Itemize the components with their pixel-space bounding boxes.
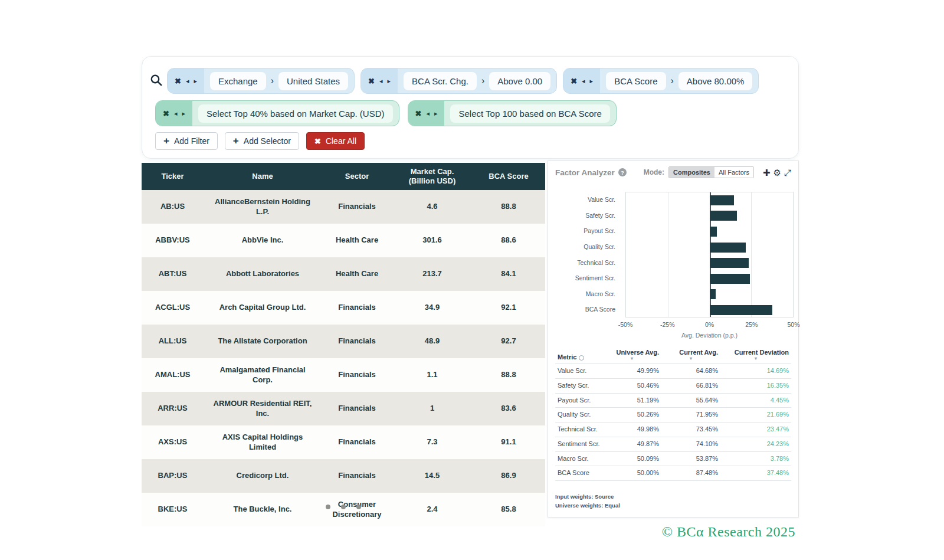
current-avg-value: 71.95% [661,408,720,423]
cell-ticker: ACGL:US [142,291,204,325]
pagination-dot[interactable] [341,505,346,509]
move-right-icon[interactable]: ▸ [194,78,197,84]
search-icon[interactable] [150,74,163,87]
current-avg-column-header[interactable]: Current Avg. ▾ [661,348,720,364]
deviation-bar-chart: Value Scr.Safety Scr.Payout Scr.Quality … [548,188,798,343]
table-row[interactable]: BAP:USCredicorp Ltd.Financials14.586.9 [142,459,545,493]
mode-option-composites[interactable]: Composites [669,167,714,178]
filter-panel: ✖ ◂ ▸ Exchange › United States ✖ ◂ ▸ BCA… [142,56,799,159]
selector-chips-row: ✖ ◂ ▸ Select Top 40% based on Market Cap… [155,100,617,126]
universe-avg-column-header[interactable]: Universe Avg. ▾ [602,348,661,364]
filter-field[interactable]: BCA Score [606,72,666,90]
chart-bar-row [626,255,793,271]
current-avg-value: 53.87% [661,451,720,466]
move-right-icon[interactable]: ▸ [434,110,438,117]
cell-name: Abbott Laboratories [204,257,322,291]
move-left-icon[interactable]: ◂ [186,78,189,84]
panel-tools: ✚ ⚙ ⤢ [763,168,791,177]
cell-bca-score: 92.1 [472,291,545,325]
universe-avg-value: 50.00% [602,466,661,481]
table-row[interactable]: AXS:USAXIS Capital Holdings LimitedFinan… [142,425,545,459]
remove-chip-icon[interactable]: ✖ [175,77,181,85]
pagination-dot[interactable] [356,505,361,509]
add-filter-button[interactable]: + Add Filter [155,132,218,150]
x-tick-label: 50% [787,321,799,328]
plus-icon[interactable]: ✚ [763,168,771,177]
chart-bar [710,211,737,221]
move-left-icon[interactable]: ◂ [426,110,430,117]
move-left-icon[interactable]: ◂ [582,78,585,84]
help-icon[interactable]: ? [618,168,627,176]
clear-all-button[interactable]: ✖ Clear All [306,132,365,150]
table-row[interactable]: ALL:USThe Allstate CorporationFinancials… [142,325,545,358]
column-header-sector[interactable]: Sector [322,163,392,190]
chart-category-label: Macro Scr. [548,286,621,302]
expand-icon[interactable]: ⤢ [784,168,791,177]
gear-icon[interactable]: ⚙ [773,168,781,177]
mode-control: Mode: Composites All Factors ✚ ⚙ ⤢ [644,166,791,178]
selector-label[interactable]: Select Top 100 based on BCA Score [450,104,609,123]
mode-option-all-factors[interactable]: All Factors [714,167,753,178]
universe-avg-value: 49.87% [602,437,661,451]
cell-sector: Health Care [322,224,392,257]
selector-chip[interactable]: ✖ ◂ ▸ Select Top 40% based on Market Cap… [155,100,399,126]
selector-label[interactable]: Select Top 40% based on Market Cap. (USD… [198,104,393,123]
cell-market-cap: 4.6 [392,190,472,224]
table-row[interactable]: ABT:USAbbott LaboratoriesHealth Care213.… [142,257,545,291]
move-right-icon[interactable]: ▸ [590,78,594,84]
x-tick-label: 0% [705,321,714,328]
move-right-icon[interactable]: ▸ [388,78,391,84]
cell-name: AXIS Capital Holdings Limited [204,425,322,459]
column-header-ticker[interactable]: Ticker [142,163,204,190]
stock-table: Ticker Name Sector Market Cap. (Billion … [142,163,545,526]
chart-category-label: Sentiment Scr. [548,270,621,286]
cell-bca-score: 84.1 [472,257,545,291]
factor-analyzer-header: Factor Analyzer ? Mode: Composites All F… [548,161,798,181]
filter-chip[interactable]: ✖ ◂ ▸ Exchange › United States [167,68,355,94]
sort-caret-icon: ▾ [664,356,718,361]
column-header-name[interactable]: Name [204,163,322,190]
chart-bar [710,289,716,299]
universe-avg-value: 49.98% [602,423,661,437]
filter-chip[interactable]: ✖ ◂ ▸ BCA Score › Above 80.00% [563,68,759,94]
universe-weights-note: Universe weights: Equal [555,501,620,510]
remove-chip-icon[interactable]: ✖ [571,77,577,85]
column-header-market-cap[interactable]: Market Cap. (Billion USD) [392,163,472,190]
filter-field[interactable]: Exchange [210,72,266,90]
chart-bar-row [626,240,793,256]
add-selector-button[interactable]: + Add Selector [225,132,299,150]
filter-chip[interactable]: ✖ ◂ ▸ BCA Scr. Chg. › Above 0.00 [360,68,557,94]
weights-notes: Input weights: Source Universe weights: … [555,492,620,510]
filter-value[interactable]: United States [278,72,348,90]
table-row[interactable]: ABBV:USAbbVie Inc.Health Care301.688.6 [142,224,545,257]
current-deviation-column-header[interactable]: Current Deviation ▾ [720,348,791,364]
cell-name: Credicorp Ltd. [204,459,322,493]
table-row[interactable]: AB:USAllianceBernstein Holding L.P.Finan… [142,190,545,224]
move-right-icon[interactable]: ▸ [182,110,185,117]
metric-column-header[interactable]: Metric [555,348,602,364]
filter-value[interactable]: Above 80.00% [678,72,753,90]
cell-bca-score: 83.6 [472,392,545,425]
pagination-dot[interactable] [326,505,330,509]
column-header-bca-score[interactable]: BCA Score [472,163,545,190]
table-row[interactable]: ACGL:USArch Capital Group Ltd.Financials… [142,291,545,325]
cell-market-cap: 14.5 [392,459,472,493]
move-left-icon[interactable]: ◂ [174,110,178,117]
sort-icon[interactable] [579,355,584,361]
table-row[interactable]: AMAL:USAmalgamated Financial Corp.Financ… [142,358,545,392]
remove-chip-icon[interactable]: ✖ [163,110,169,117]
chart-x-ticks: -50%-25%0%25%50% [625,321,794,329]
remove-chip-icon[interactable]: ✖ [415,110,422,117]
table-row[interactable]: BKE:USThe Buckle, Inc.Consumer Discretio… [142,493,545,526]
table-row[interactable]: ARR:USARMOUR Residential REIT, Inc.Finan… [142,392,545,425]
universe-avg-value: 50.09% [602,451,661,466]
selector-chip[interactable]: ✖ ◂ ▸ Select Top 100 based on BCA Score [408,100,617,126]
remove-chip-icon[interactable]: ✖ [368,77,375,85]
cell-market-cap: 213.7 [392,257,472,291]
cell-sector: Financials [322,325,392,358]
filter-field[interactable]: BCA Scr. Chg. [404,72,477,90]
current-deviation-value: 24.23% [720,437,791,451]
move-left-icon[interactable]: ◂ [379,78,383,84]
pagination-dots [142,505,545,509]
filter-value[interactable]: Above 0.00 [489,72,550,90]
